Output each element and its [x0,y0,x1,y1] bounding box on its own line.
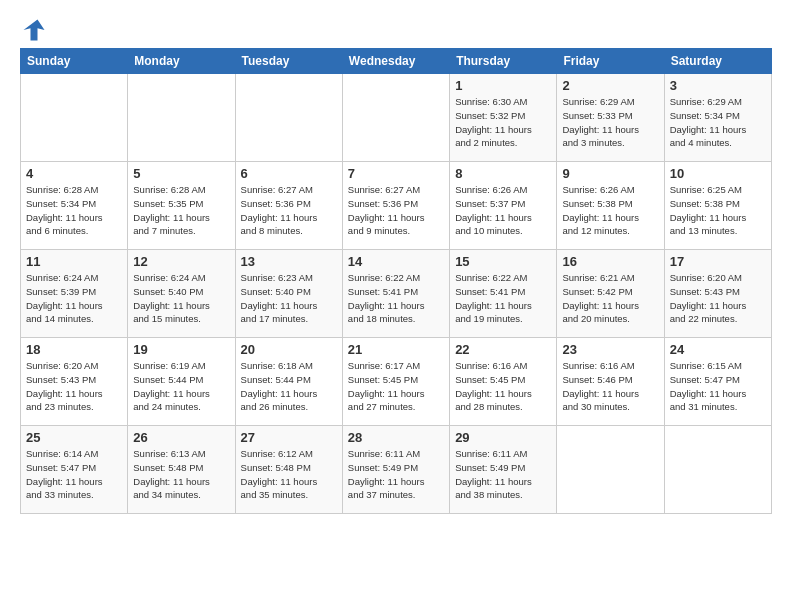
day-number: 14 [348,254,444,269]
day-number: 18 [26,342,122,357]
day-info: Sunrise: 6:12 AM Sunset: 5:48 PM Dayligh… [241,447,337,502]
day-number: 29 [455,430,551,445]
day-cell [664,426,771,514]
day-number: 25 [26,430,122,445]
header-cell-monday: Monday [128,49,235,74]
logo-icon [20,16,48,44]
svg-marker-0 [24,20,45,41]
day-cell: 20Sunrise: 6:18 AM Sunset: 5:44 PM Dayli… [235,338,342,426]
day-info: Sunrise: 6:16 AM Sunset: 5:46 PM Dayligh… [562,359,658,414]
day-info: Sunrise: 6:20 AM Sunset: 5:43 PM Dayligh… [26,359,122,414]
day-cell: 9Sunrise: 6:26 AM Sunset: 5:38 PM Daylig… [557,162,664,250]
day-number: 2 [562,78,658,93]
day-cell [557,426,664,514]
day-info: Sunrise: 6:30 AM Sunset: 5:32 PM Dayligh… [455,95,551,150]
day-cell: 2Sunrise: 6:29 AM Sunset: 5:33 PM Daylig… [557,74,664,162]
day-number: 19 [133,342,229,357]
day-number: 28 [348,430,444,445]
day-cell: 3Sunrise: 6:29 AM Sunset: 5:34 PM Daylig… [664,74,771,162]
day-number: 17 [670,254,766,269]
day-cell: 6Sunrise: 6:27 AM Sunset: 5:36 PM Daylig… [235,162,342,250]
day-cell: 11Sunrise: 6:24 AM Sunset: 5:39 PM Dayli… [21,250,128,338]
header-cell-saturday: Saturday [664,49,771,74]
day-number: 20 [241,342,337,357]
day-info: Sunrise: 6:27 AM Sunset: 5:36 PM Dayligh… [241,183,337,238]
day-cell [235,74,342,162]
day-number: 1 [455,78,551,93]
day-info: Sunrise: 6:15 AM Sunset: 5:47 PM Dayligh… [670,359,766,414]
day-number: 5 [133,166,229,181]
week-row-5: 25Sunrise: 6:14 AM Sunset: 5:47 PM Dayli… [21,426,772,514]
page: SundayMondayTuesdayWednesdayThursdayFrid… [0,0,792,524]
day-number: 9 [562,166,658,181]
day-cell: 8Sunrise: 6:26 AM Sunset: 5:37 PM Daylig… [450,162,557,250]
day-info: Sunrise: 6:20 AM Sunset: 5:43 PM Dayligh… [670,271,766,326]
day-cell: 10Sunrise: 6:25 AM Sunset: 5:38 PM Dayli… [664,162,771,250]
day-info: Sunrise: 6:18 AM Sunset: 5:44 PM Dayligh… [241,359,337,414]
day-number: 13 [241,254,337,269]
calendar-table: SundayMondayTuesdayWednesdayThursdayFrid… [20,48,772,514]
day-info: Sunrise: 6:22 AM Sunset: 5:41 PM Dayligh… [348,271,444,326]
day-cell: 26Sunrise: 6:13 AM Sunset: 5:48 PM Dayli… [128,426,235,514]
day-info: Sunrise: 6:16 AM Sunset: 5:45 PM Dayligh… [455,359,551,414]
day-info: Sunrise: 6:21 AM Sunset: 5:42 PM Dayligh… [562,271,658,326]
week-row-4: 18Sunrise: 6:20 AM Sunset: 5:43 PM Dayli… [21,338,772,426]
day-cell: 12Sunrise: 6:24 AM Sunset: 5:40 PM Dayli… [128,250,235,338]
day-number: 7 [348,166,444,181]
day-number: 24 [670,342,766,357]
day-info: Sunrise: 6:24 AM Sunset: 5:39 PM Dayligh… [26,271,122,326]
day-cell: 13Sunrise: 6:23 AM Sunset: 5:40 PM Dayli… [235,250,342,338]
day-info: Sunrise: 6:11 AM Sunset: 5:49 PM Dayligh… [348,447,444,502]
day-info: Sunrise: 6:24 AM Sunset: 5:40 PM Dayligh… [133,271,229,326]
day-cell: 19Sunrise: 6:19 AM Sunset: 5:44 PM Dayli… [128,338,235,426]
day-cell: 27Sunrise: 6:12 AM Sunset: 5:48 PM Dayli… [235,426,342,514]
day-number: 3 [670,78,766,93]
header-cell-thursday: Thursday [450,49,557,74]
header-cell-wednesday: Wednesday [342,49,449,74]
day-cell: 24Sunrise: 6:15 AM Sunset: 5:47 PM Dayli… [664,338,771,426]
day-cell: 23Sunrise: 6:16 AM Sunset: 5:46 PM Dayli… [557,338,664,426]
header-row: SundayMondayTuesdayWednesdayThursdayFrid… [21,49,772,74]
header-cell-sunday: Sunday [21,49,128,74]
day-info: Sunrise: 6:29 AM Sunset: 5:34 PM Dayligh… [670,95,766,150]
day-info: Sunrise: 6:14 AM Sunset: 5:47 PM Dayligh… [26,447,122,502]
day-cell [21,74,128,162]
day-info: Sunrise: 6:26 AM Sunset: 5:38 PM Dayligh… [562,183,658,238]
day-cell: 7Sunrise: 6:27 AM Sunset: 5:36 PM Daylig… [342,162,449,250]
week-row-1: 1Sunrise: 6:30 AM Sunset: 5:32 PM Daylig… [21,74,772,162]
day-number: 21 [348,342,444,357]
day-cell: 15Sunrise: 6:22 AM Sunset: 5:41 PM Dayli… [450,250,557,338]
day-info: Sunrise: 6:28 AM Sunset: 5:35 PM Dayligh… [133,183,229,238]
header-cell-friday: Friday [557,49,664,74]
day-number: 10 [670,166,766,181]
day-info: Sunrise: 6:13 AM Sunset: 5:48 PM Dayligh… [133,447,229,502]
day-cell: 18Sunrise: 6:20 AM Sunset: 5:43 PM Dayli… [21,338,128,426]
day-number: 22 [455,342,551,357]
day-info: Sunrise: 6:27 AM Sunset: 5:36 PM Dayligh… [348,183,444,238]
calendar-header: SundayMondayTuesdayWednesdayThursdayFrid… [21,49,772,74]
day-cell [342,74,449,162]
day-cell: 25Sunrise: 6:14 AM Sunset: 5:47 PM Dayli… [21,426,128,514]
day-number: 16 [562,254,658,269]
day-info: Sunrise: 6:19 AM Sunset: 5:44 PM Dayligh… [133,359,229,414]
day-cell: 5Sunrise: 6:28 AM Sunset: 5:35 PM Daylig… [128,162,235,250]
day-number: 15 [455,254,551,269]
calendar-body: 1Sunrise: 6:30 AM Sunset: 5:32 PM Daylig… [21,74,772,514]
day-cell: 4Sunrise: 6:28 AM Sunset: 5:34 PM Daylig… [21,162,128,250]
day-cell: 28Sunrise: 6:11 AM Sunset: 5:49 PM Dayli… [342,426,449,514]
header [20,16,772,44]
day-number: 8 [455,166,551,181]
day-info: Sunrise: 6:22 AM Sunset: 5:41 PM Dayligh… [455,271,551,326]
week-row-2: 4Sunrise: 6:28 AM Sunset: 5:34 PM Daylig… [21,162,772,250]
day-cell: 29Sunrise: 6:11 AM Sunset: 5:49 PM Dayli… [450,426,557,514]
day-cell: 1Sunrise: 6:30 AM Sunset: 5:32 PM Daylig… [450,74,557,162]
day-info: Sunrise: 6:26 AM Sunset: 5:37 PM Dayligh… [455,183,551,238]
day-number: 11 [26,254,122,269]
day-cell: 16Sunrise: 6:21 AM Sunset: 5:42 PM Dayli… [557,250,664,338]
day-number: 23 [562,342,658,357]
day-info: Sunrise: 6:25 AM Sunset: 5:38 PM Dayligh… [670,183,766,238]
header-cell-tuesday: Tuesday [235,49,342,74]
day-cell: 21Sunrise: 6:17 AM Sunset: 5:45 PM Dayli… [342,338,449,426]
day-info: Sunrise: 6:11 AM Sunset: 5:49 PM Dayligh… [455,447,551,502]
day-number: 6 [241,166,337,181]
